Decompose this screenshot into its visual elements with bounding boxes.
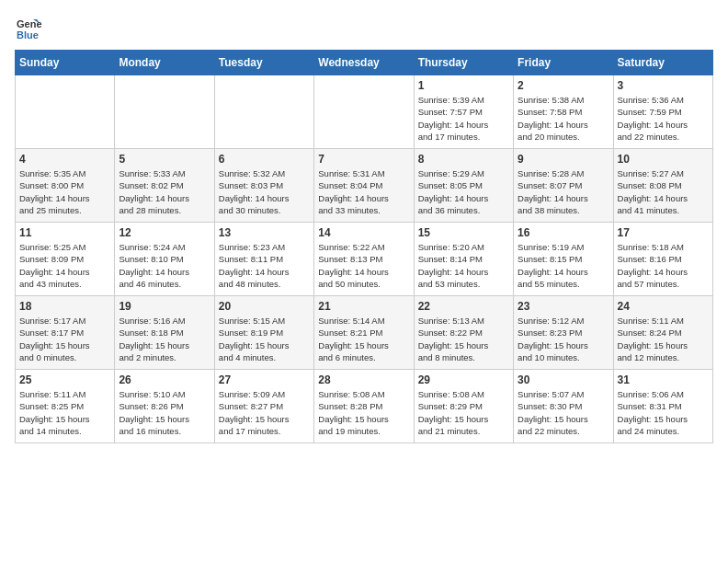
calendar-cell — [16, 75, 115, 149]
day-number: 29 — [418, 373, 509, 386]
calendar-cell: 25Sunrise: 5:11 AM Sunset: 8:25 PM Dayli… — [16, 370, 115, 443]
day-info: Sunrise: 5:20 AM Sunset: 8:14 PM Dayligh… — [418, 241, 509, 290]
calendar-cell — [214, 75, 313, 149]
day-info: Sunrise: 5:38 AM Sunset: 7:58 PM Dayligh… — [518, 94, 609, 143]
day-number: 23 — [518, 300, 609, 313]
calendar-cell: 2Sunrise: 5:38 AM Sunset: 7:58 PM Daylig… — [514, 75, 613, 149]
calendar-cell: 18Sunrise: 5:17 AM Sunset: 8:17 PM Dayli… — [16, 296, 115, 370]
day-info: Sunrise: 5:11 AM Sunset: 8:24 PM Dayligh… — [618, 315, 709, 363]
calendar-cell: 27Sunrise: 5:09 AM Sunset: 8:27 PM Dayli… — [214, 370, 313, 443]
day-header-monday: Monday — [115, 51, 214, 75]
week-row-4: 18Sunrise: 5:17 AM Sunset: 8:17 PM Dayli… — [16, 296, 713, 370]
day-number: 21 — [318, 300, 409, 313]
calendar-cell: 8Sunrise: 5:29 AM Sunset: 8:05 PM Daylig… — [414, 149, 513, 223]
day-header-friday: Friday — [514, 51, 613, 75]
week-row-2: 4Sunrise: 5:35 AM Sunset: 8:00 PM Daylig… — [16, 149, 713, 223]
week-row-1: 1Sunrise: 5:39 AM Sunset: 7:57 PM Daylig… — [16, 75, 713, 149]
day-number: 5 — [119, 153, 210, 166]
day-number: 27 — [219, 373, 310, 386]
calendar-cell: 11Sunrise: 5:25 AM Sunset: 8:09 PM Dayli… — [16, 223, 115, 296]
calendar-table: SundayMondayTuesdayWednesdayThursdayFrid… — [15, 50, 713, 443]
calendar-cell: 5Sunrise: 5:33 AM Sunset: 8:02 PM Daylig… — [115, 149, 214, 223]
day-info: Sunrise: 5:24 AM Sunset: 8:10 PM Dayligh… — [119, 241, 210, 290]
day-info: Sunrise: 5:08 AM Sunset: 8:28 PM Dayligh… — [318, 388, 409, 437]
day-info: Sunrise: 5:31 AM Sunset: 8:04 PM Dayligh… — [318, 167, 409, 216]
day-number: 13 — [219, 226, 310, 239]
day-info: Sunrise: 5:17 AM Sunset: 8:17 PM Dayligh… — [19, 315, 110, 363]
calendar-cell: 19Sunrise: 5:16 AM Sunset: 8:18 PM Dayli… — [115, 296, 214, 370]
logo: General Blue — [15, 15, 46, 42]
logo-icon: General Blue — [15, 15, 42, 42]
calendar-cell — [314, 75, 414, 149]
day-info: Sunrise: 5:07 AM Sunset: 8:30 PM Dayligh… — [518, 388, 609, 437]
calendar-cell: 12Sunrise: 5:24 AM Sunset: 8:10 PM Dayli… — [115, 223, 214, 296]
calendar-cell: 26Sunrise: 5:10 AM Sunset: 8:26 PM Dayli… — [115, 370, 214, 443]
day-number: 22 — [418, 300, 509, 313]
calendar-cell: 15Sunrise: 5:20 AM Sunset: 8:14 PM Dayli… — [414, 223, 513, 296]
calendar-cell: 17Sunrise: 5:18 AM Sunset: 8:16 PM Dayli… — [613, 223, 712, 296]
day-info: Sunrise: 5:19 AM Sunset: 8:15 PM Dayligh… — [518, 241, 609, 290]
day-info: Sunrise: 5:39 AM Sunset: 7:57 PM Dayligh… — [418, 94, 509, 143]
calendar-cell: 29Sunrise: 5:08 AM Sunset: 8:29 PM Dayli… — [414, 370, 513, 443]
day-number: 9 — [518, 153, 609, 166]
day-number: 12 — [119, 226, 210, 239]
calendar-cell: 10Sunrise: 5:27 AM Sunset: 8:08 PM Dayli… — [613, 149, 712, 223]
day-number: 8 — [418, 153, 509, 166]
calendar-cell: 3Sunrise: 5:36 AM Sunset: 7:59 PM Daylig… — [613, 75, 712, 149]
calendar-cell: 30Sunrise: 5:07 AM Sunset: 8:30 PM Dayli… — [514, 370, 613, 443]
calendar-cell: 16Sunrise: 5:19 AM Sunset: 8:15 PM Dayli… — [514, 223, 613, 296]
day-number: 10 — [618, 153, 709, 166]
day-info: Sunrise: 5:29 AM Sunset: 8:05 PM Dayligh… — [418, 167, 509, 216]
day-info: Sunrise: 5:32 AM Sunset: 8:03 PM Dayligh… — [219, 167, 310, 216]
calendar-cell: 20Sunrise: 5:15 AM Sunset: 8:19 PM Dayli… — [214, 296, 313, 370]
day-info: Sunrise: 5:33 AM Sunset: 8:02 PM Dayligh… — [119, 167, 210, 216]
calendar-cell: 13Sunrise: 5:23 AM Sunset: 8:11 PM Dayli… — [214, 223, 313, 296]
day-info: Sunrise: 5:18 AM Sunset: 8:16 PM Dayligh… — [618, 241, 709, 290]
day-number: 19 — [119, 300, 210, 313]
day-info: Sunrise: 5:09 AM Sunset: 8:27 PM Dayligh… — [219, 388, 310, 437]
calendar-cell — [115, 75, 214, 149]
day-info: Sunrise: 5:23 AM Sunset: 8:11 PM Dayligh… — [219, 241, 310, 290]
day-info: Sunrise: 5:25 AM Sunset: 8:09 PM Dayligh… — [19, 241, 110, 290]
calendar-cell: 28Sunrise: 5:08 AM Sunset: 8:28 PM Dayli… — [314, 370, 414, 443]
day-number: 16 — [518, 226, 609, 239]
day-header-wednesday: Wednesday — [314, 51, 414, 75]
day-info: Sunrise: 5:22 AM Sunset: 8:13 PM Dayligh… — [318, 241, 409, 290]
day-number: 11 — [19, 226, 110, 239]
day-info: Sunrise: 5:35 AM Sunset: 8:00 PM Dayligh… — [19, 167, 110, 216]
calendar-cell: 21Sunrise: 5:14 AM Sunset: 8:21 PM Dayli… — [314, 296, 414, 370]
day-number: 20 — [219, 300, 310, 313]
calendar-cell: 1Sunrise: 5:39 AM Sunset: 7:57 PM Daylig… — [414, 75, 513, 149]
day-number: 25 — [19, 373, 110, 386]
calendar-cell: 22Sunrise: 5:13 AM Sunset: 8:22 PM Dayli… — [414, 296, 513, 370]
day-header-tuesday: Tuesday — [214, 51, 313, 75]
day-number: 1 — [418, 79, 509, 92]
day-header-saturday: Saturday — [613, 51, 712, 75]
week-row-5: 25Sunrise: 5:11 AM Sunset: 8:25 PM Dayli… — [16, 370, 713, 443]
day-number: 18 — [19, 300, 110, 313]
calendar-cell: 4Sunrise: 5:35 AM Sunset: 8:00 PM Daylig… — [16, 149, 115, 223]
day-info: Sunrise: 5:13 AM Sunset: 8:22 PM Dayligh… — [418, 315, 509, 363]
day-number: 7 — [318, 153, 409, 166]
day-number: 2 — [518, 79, 609, 92]
svg-text:Blue: Blue — [17, 29, 39, 40]
day-number: 17 — [618, 226, 709, 239]
day-info: Sunrise: 5:11 AM Sunset: 8:25 PM Dayligh… — [19, 388, 110, 437]
day-number: 3 — [618, 79, 709, 92]
calendar-cell: 14Sunrise: 5:22 AM Sunset: 8:13 PM Dayli… — [314, 223, 414, 296]
day-number: 24 — [618, 300, 709, 313]
day-number: 15 — [418, 226, 509, 239]
day-number: 30 — [518, 373, 609, 386]
day-number: 26 — [119, 373, 210, 386]
header-row: SundayMondayTuesdayWednesdayThursdayFrid… — [16, 51, 713, 75]
calendar-cell: 31Sunrise: 5:06 AM Sunset: 8:31 PM Dayli… — [613, 370, 712, 443]
svg-text:General: General — [17, 18, 42, 29]
day-info: Sunrise: 5:12 AM Sunset: 8:23 PM Dayligh… — [518, 315, 609, 363]
calendar-cell: 6Sunrise: 5:32 AM Sunset: 8:03 PM Daylig… — [214, 149, 313, 223]
calendar-cell: 23Sunrise: 5:12 AM Sunset: 8:23 PM Dayli… — [514, 296, 613, 370]
day-number: 31 — [618, 373, 709, 386]
day-info: Sunrise: 5:15 AM Sunset: 8:19 PM Dayligh… — [219, 315, 310, 363]
calendar-cell: 24Sunrise: 5:11 AM Sunset: 8:24 PM Dayli… — [613, 296, 712, 370]
calendar-cell: 9Sunrise: 5:28 AM Sunset: 8:07 PM Daylig… — [514, 149, 613, 223]
day-info: Sunrise: 5:06 AM Sunset: 8:31 PM Dayligh… — [618, 388, 709, 437]
